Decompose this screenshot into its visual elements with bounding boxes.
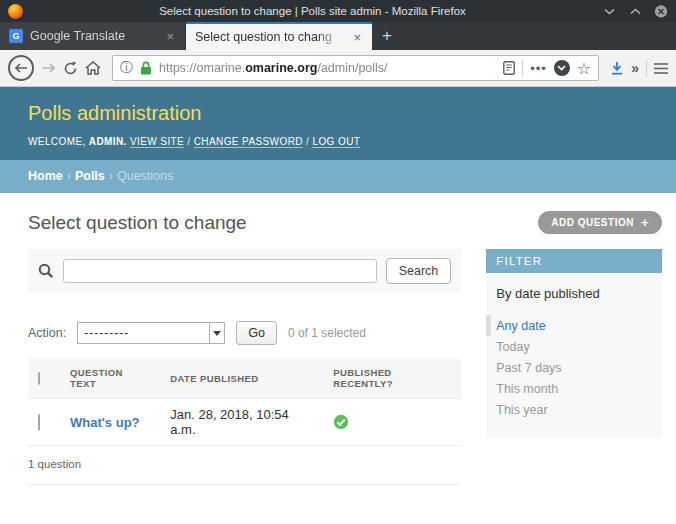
add-question-button[interactable]: ADD QUESTION + <box>538 211 662 234</box>
tab-label: Select question to chang <box>195 30 344 44</box>
published-recently-cell <box>323 399 461 446</box>
tab-bar: G Google Translate × Select question to … <box>0 22 676 50</box>
search-bar: Search <box>28 249 461 293</box>
date-published-cell: Jan. 28, 2018, 10:54 a.m. <box>160 399 323 446</box>
page-title: Select question to change <box>28 212 247 234</box>
firefox-logo-icon <box>8 4 23 19</box>
change-password-link[interactable]: CHANGE PASSWORD <box>194 136 303 148</box>
site-name: Polls administration <box>28 102 648 125</box>
url-path: /admin/polls/ <box>317 61 387 75</box>
search-input[interactable] <box>63 259 377 283</box>
url-domain: omarine.org <box>245 61 317 75</box>
breadcrumb-polls-link[interactable]: Polls <box>75 169 105 183</box>
user-tools-separator: / <box>306 136 309 147</box>
change-list: Search Action: --------- Go 0 of 1 selec… <box>28 249 461 485</box>
welcome-text: WELCOME, <box>28 136 86 147</box>
selection-note: 0 of 1 selected <box>288 326 366 340</box>
filter-title: FILTER <box>486 249 662 273</box>
log-out-link[interactable]: LOG OUT <box>312 136 360 148</box>
search-icon <box>38 263 54 279</box>
overflow-menu-icon[interactable]: » <box>631 60 639 76</box>
window-titlebar: Select question to change | Polls site a… <box>0 0 676 22</box>
filter-section-title: By date published <box>496 286 652 301</box>
filter-options: Any date Today Past 7 days This month Th… <box>496 315 652 420</box>
filter-option-any-date[interactable]: Any date <box>486 315 652 336</box>
reload-icon[interactable] <box>63 61 78 76</box>
plus-icon: + <box>641 216 649 229</box>
column-header-date-published[interactable]: DATE PUBLISHED <box>160 358 323 399</box>
filter-option-this-year[interactable]: This year <box>496 399 652 420</box>
tab-close-icon[interactable]: × <box>164 29 176 44</box>
page-actions-icon[interactable]: ••• <box>530 61 547 76</box>
page-info-icon[interactable]: ⓘ <box>120 59 133 77</box>
action-label: Action: <box>28 326 66 340</box>
column-header-published-recently: PUBLISHED RECENTLY? <box>323 358 461 399</box>
breadcrumb-current: Questions <box>117 169 173 183</box>
check-circle-icon <box>333 414 451 430</box>
url-bar[interactable]: ⓘ https://omarine.omarine.org/admin/poll… <box>112 55 599 81</box>
minimize-icon[interactable] <box>602 4 616 18</box>
breadcrumb-separator: › <box>67 169 71 183</box>
bookmark-star-icon[interactable]: ☆ <box>577 59 591 78</box>
results-table: QUESTION TEXT DATE PUBLISHED PUBLISHED R… <box>28 358 461 446</box>
select-dropdown-icon <box>209 323 224 343</box>
main-content: Select question to change ADD QUESTION +… <box>0 193 676 485</box>
search-button[interactable]: Search <box>386 258 452 284</box>
google-translate-favicon-icon: G <box>9 29 23 43</box>
view-site-link[interactable]: VIEW SITE <box>130 136 184 148</box>
close-icon[interactable] <box>654 4 668 18</box>
question-link[interactable]: What's up? <box>70 415 140 430</box>
url-text: https://omarine.omarine.org/admin/polls/ <box>159 61 496 75</box>
forward-icon[interactable] <box>41 63 56 73</box>
maximize-icon[interactable] <box>628 4 642 18</box>
window-title: Select question to change | Polls site a… <box>23 5 602 17</box>
toolbar-divider <box>646 60 647 77</box>
new-tab-icon[interactable]: + <box>372 22 402 50</box>
downloads-icon[interactable] <box>610 61 624 76</box>
table-row: What's up? Jan. 28, 2018, 10:54 a.m. <box>28 399 461 446</box>
filter-option-today[interactable]: Today <box>496 336 652 357</box>
row-checkbox[interactable] <box>38 414 40 431</box>
user-tools-separator: / <box>187 136 190 147</box>
nav-toolbar: ⓘ https://omarine.omarine.org/admin/poll… <box>0 50 676 87</box>
breadcrumb-home-link[interactable]: Home <box>28 169 63 183</box>
url-scheme-host: https://omarine. <box>159 61 245 75</box>
tab-label: Google Translate <box>30 29 157 43</box>
home-icon[interactable] <box>85 61 101 75</box>
username: ADMIN. <box>89 136 127 147</box>
urlbar-divider <box>522 60 523 77</box>
filter-option-past-7-days[interactable]: Past 7 days <box>496 357 652 378</box>
filter-body: By date published Any date Today Past 7 … <box>486 273 662 438</box>
reader-mode-icon[interactable] <box>503 61 515 75</box>
user-tools: WELCOME, ADMIN. VIEW SITE / CHANGE PASSW… <box>28 136 648 147</box>
breadcrumb: Home›Polls›Questions <box>0 160 676 193</box>
tab-close-icon[interactable]: × <box>351 30 363 45</box>
go-button[interactable]: Go <box>236 321 277 345</box>
hamburger-menu-icon[interactable] <box>654 63 668 74</box>
select-all-checkbox[interactable] <box>38 372 40 385</box>
tab-select-question[interactable]: Select question to chang × <box>186 22 372 50</box>
actions-row: Action: --------- Go 0 of 1 selected <box>28 321 461 345</box>
add-question-label: ADD QUESTION <box>551 217 634 228</box>
column-header-question-text[interactable]: QUESTION TEXT <box>60 358 160 399</box>
filter-option-this-month[interactable]: This month <box>496 378 652 399</box>
filter-panel: FILTER By date published Any date Today … <box>486 249 662 485</box>
back-icon[interactable] <box>8 55 34 81</box>
breadcrumb-separator: › <box>109 169 113 183</box>
pocket-icon[interactable] <box>554 60 570 76</box>
result-count: 1 question <box>28 458 461 485</box>
action-select[interactable]: --------- <box>77 322 225 344</box>
https-lock-icon[interactable] <box>140 61 152 75</box>
window-controls <box>602 4 668 18</box>
admin-site-header: Polls administration WELCOME, ADMIN. VIE… <box>0 87 676 160</box>
table-header-row: QUESTION TEXT DATE PUBLISHED PUBLISHED R… <box>28 358 461 399</box>
action-selected-value: --------- <box>78 323 209 343</box>
tab-google-translate[interactable]: G Google Translate × <box>0 22 186 50</box>
